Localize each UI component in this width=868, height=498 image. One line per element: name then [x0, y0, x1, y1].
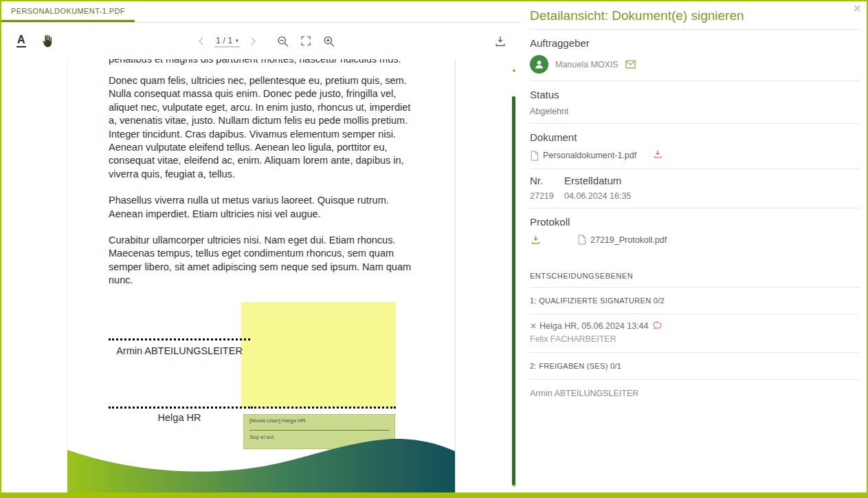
- entry-signer-line: Helga HR, 05.06.2024 13:44: [539, 321, 648, 331]
- footer-wave-graphic: [67, 432, 455, 492]
- signature-line-1: [109, 338, 250, 340]
- scrollbar-thumb[interactable]: [512, 96, 515, 486]
- hand-pan-tool-icon[interactable]: [40, 34, 54, 48]
- page-indicator-value: 1 / 1: [216, 35, 232, 45]
- pdf-paragraph: Curabitur ullamcorper ultricies nisi. Na…: [109, 234, 415, 288]
- erstelldatum-value: 04.06.2024 16:35: [564, 191, 860, 201]
- pdf-body-text: penatibus et magnis dis parturient monte…: [67, 59, 455, 288]
- status-label: Status: [530, 89, 860, 100]
- app-window: PERSONALDOKUMENT-1.PDF A: [0, 0, 868, 498]
- previous-page-button[interactable]: [198, 36, 204, 45]
- signature-line-2: [109, 407, 250, 409]
- nr-value: 27219: [530, 191, 564, 201]
- download-rejected-icon[interactable]: [652, 149, 663, 160]
- file-icon: [530, 151, 539, 161]
- bottom-brand-bar: [1, 492, 867, 497]
- pdf-canvas-area: penatibus et magnis dis parturient monte…: [1, 59, 521, 492]
- erstelldatum-label: Erstelldatum: [564, 175, 860, 186]
- dokument-file-name[interactable]: Personaldokument-1.pdf: [543, 151, 636, 160]
- pdf-paragraph: Phasellus viverra nulla ut metus varius …: [109, 194, 415, 221]
- pdf-viewer: PERSONALDOKUMENT-1.PDF A: [1, 1, 521, 492]
- section-nr-erstelldatum: Nr. Erstelldatum 27219 04.06.2024 16:35: [530, 169, 860, 208]
- download-document-icon[interactable]: [493, 34, 507, 48]
- download-protokoll-icon[interactable]: [530, 234, 542, 246]
- page-number-dropdown[interactable]: 1 / 1 ▾: [214, 35, 240, 47]
- scroll-up-icon[interactable]: ▲: [511, 67, 518, 73]
- file-icon: [577, 235, 586, 245]
- pdf-page: penatibus et magnis dis parturient monte…: [67, 59, 456, 492]
- viewer-toolbar: A 1 / 1 ▾: [1, 23, 521, 59]
- section-protokoll: Protokoll 27219_Protokoll.pdf: [530, 208, 860, 252]
- stamp-separator: [249, 430, 389, 431]
- pdf-scrollbar: ▲ ▼: [511, 63, 518, 490]
- zoom-out-icon[interactable]: [276, 34, 289, 47]
- fullscreen-icon[interactable]: [300, 35, 312, 47]
- protokoll-file-name[interactable]: 27219_Protokoll.pdf: [590, 235, 667, 245]
- entry-signer-role: Felix FACHARBEITER: [530, 334, 860, 344]
- panel-title: Detailansicht: Dokument(e) signieren: [530, 1, 860, 30]
- chevron-down-icon: ▾: [235, 36, 238, 43]
- zoom-in-icon[interactable]: [322, 34, 335, 47]
- tab-title: PERSONALDOKUMENT-1.PDF: [11, 7, 125, 15]
- scroll-down-icon[interactable]: ▼: [511, 483, 518, 488]
- protokoll-label: Protokoll: [530, 216, 860, 228]
- pdf-paragraph: Donec quam felis, ultricies nec, pellent…: [109, 74, 415, 181]
- entscheidungsebenen-header: ENTSCHEIDUNGSEBENEN: [530, 272, 860, 288]
- nr-label: Nr.: [530, 175, 564, 186]
- status-value: Abgelehnt: [530, 107, 860, 116]
- level-1-title: 1: QUALIFIZIERTE SIGNATUREN 0/2: [530, 288, 860, 314]
- level-2-title: 2: FREIGABEN (SES) 0/1: [530, 353, 860, 380]
- section-dokument: Dokument Personaldokument-1.pdf: [530, 124, 860, 169]
- tab-personaldokument[interactable]: PERSONALDOKUMENT-1.PDF: [1, 1, 135, 22]
- detail-panel: ✕ Detailansicht: Dokument(e) signieren A…: [521, 1, 867, 492]
- level-2-entry: Armin ABTEILUNGSLEITER: [530, 380, 860, 407]
- level-1-entry: ✕ Helga HR, 05.06.2024 13:44 Felix FACHA…: [530, 314, 860, 353]
- signature-name-armin: Armin ABTEILUNGSLEITER: [109, 345, 250, 356]
- next-page-button[interactable]: [250, 36, 256, 45]
- pdf-partial-top-line: penatibus et magnis dis parturient monte…: [109, 59, 415, 67]
- section-status: Status Abgelehnt: [530, 81, 860, 124]
- close-icon[interactable]: ✕: [853, 3, 862, 14]
- email-icon[interactable]: [625, 60, 636, 69]
- avatar: [530, 55, 548, 74]
- section-auftraggeber: Auftraggeber Manuela MOXIS: [530, 30, 860, 81]
- signature-name-helga: Helga HR: [109, 412, 250, 423]
- text-annotation-tool-icon[interactable]: A: [16, 34, 26, 48]
- document-tab-bar: PERSONALDOKUMENT-1.PDF: [1, 1, 521, 23]
- stamp-user-line: [Moxis-User] Helga HR: [249, 418, 389, 424]
- comment-bubble-icon[interactable]: [652, 321, 663, 330]
- signature-field-highlight[interactable]: [241, 302, 396, 408]
- auftraggeber-name: Manuela MOXIS: [555, 60, 619, 69]
- auftraggeber-label: Auftraggeber: [530, 37, 860, 49]
- dokument-label: Dokument: [530, 131, 860, 143]
- rejected-x-icon: ✕: [530, 321, 537, 331]
- signature-line-2b: [251, 407, 396, 409]
